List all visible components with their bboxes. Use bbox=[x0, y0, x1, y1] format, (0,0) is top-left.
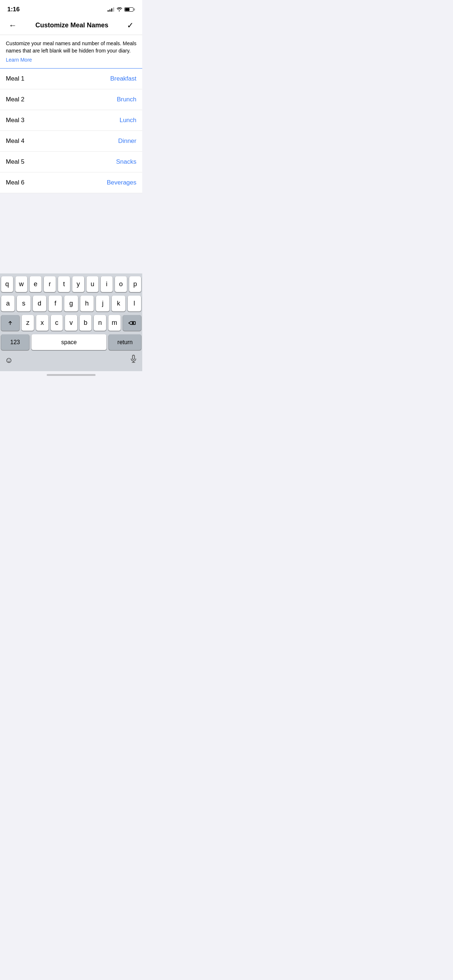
meal-row-4[interactable]: Meal 4 Dinner bbox=[0, 131, 142, 152]
meal-value-3: Lunch bbox=[120, 117, 136, 124]
meal-label-6: Meal 6 bbox=[6, 179, 24, 186]
keyboard-utility-row: ☺ bbox=[1, 353, 141, 370]
wifi-icon bbox=[116, 6, 122, 13]
meal-label-3: Meal 3 bbox=[6, 117, 24, 124]
meal-list: Meal 1 Breakfast Meal 2 Brunch Meal 3 Lu… bbox=[0, 68, 142, 193]
return-key[interactable]: return bbox=[109, 334, 141, 350]
key-k[interactable]: k bbox=[112, 296, 125, 311]
status-time: 1:16 bbox=[7, 6, 20, 13]
keyboard-row-3: zxcvbnm bbox=[1, 315, 141, 331]
home-bar bbox=[47, 374, 96, 376]
key-t[interactable]: t bbox=[58, 276, 70, 292]
key-n[interactable]: n bbox=[94, 315, 106, 331]
key-w[interactable]: w bbox=[15, 276, 27, 292]
key-v[interactable]: v bbox=[65, 315, 77, 331]
battery-icon bbox=[124, 7, 135, 12]
key-j[interactable]: j bbox=[96, 296, 109, 311]
key-z[interactable]: z bbox=[22, 315, 34, 331]
meal-label-5: Meal 5 bbox=[6, 158, 24, 165]
key-q[interactable]: q bbox=[1, 276, 13, 292]
meal-label-1: Meal 1 bbox=[6, 75, 24, 83]
meal-label-2: Meal 2 bbox=[6, 96, 24, 103]
done-button[interactable]: ✓ bbox=[124, 18, 136, 33]
keyboard-bottom-row: 123 space return bbox=[1, 334, 141, 350]
meal-value-2: Brunch bbox=[117, 96, 136, 103]
meal-row-1[interactable]: Meal 1 Breakfast bbox=[0, 68, 142, 89]
meal-row-2[interactable]: Meal 2 Brunch bbox=[0, 89, 142, 110]
mic-key[interactable] bbox=[129, 355, 137, 366]
numbers-key[interactable]: 123 bbox=[1, 334, 29, 350]
meal-value-4: Dinner bbox=[118, 137, 136, 145]
back-button[interactable]: ← bbox=[6, 18, 20, 33]
key-l[interactable]: l bbox=[128, 296, 141, 311]
keyboard: qwertyuiop asdfghjkl zxcvbnm 123 space r… bbox=[0, 274, 142, 371]
svg-rect-5 bbox=[132, 355, 135, 360]
nav-bar: ← Customize Meal Names ✓ bbox=[0, 16, 142, 35]
key-i[interactable]: i bbox=[100, 276, 113, 292]
signal-icon bbox=[108, 7, 114, 12]
key-m[interactable]: m bbox=[108, 315, 121, 331]
shift-key[interactable] bbox=[1, 315, 19, 331]
emoji-key[interactable]: ☺ bbox=[5, 355, 13, 365]
page-title: Customize Meal Names bbox=[35, 22, 108, 29]
meal-row-3[interactable]: Meal 3 Lunch bbox=[0, 110, 142, 131]
home-indicator bbox=[0, 371, 142, 377]
status-icons bbox=[108, 6, 135, 13]
meal-row-5[interactable]: Meal 5 Snacks bbox=[0, 152, 142, 172]
meal-row-6[interactable]: Meal 6 Beverages bbox=[0, 172, 142, 193]
key-b[interactable]: b bbox=[80, 315, 92, 331]
meal-value-6: Beverages bbox=[107, 179, 136, 186]
key-x[interactable]: x bbox=[36, 315, 48, 331]
key-a[interactable]: a bbox=[1, 296, 14, 311]
key-r[interactable]: r bbox=[44, 276, 56, 292]
key-y[interactable]: y bbox=[72, 276, 84, 292]
learn-more-link[interactable]: Learn More bbox=[6, 57, 32, 63]
keyboard-row-2: asdfghjkl bbox=[1, 296, 141, 311]
key-d[interactable]: d bbox=[33, 296, 46, 311]
key-h[interactable]: h bbox=[80, 296, 94, 311]
meal-label-4: Meal 4 bbox=[6, 137, 24, 145]
key-s[interactable]: s bbox=[17, 296, 30, 311]
space-key[interactable]: space bbox=[31, 334, 107, 350]
keyboard-row-1: qwertyuiop bbox=[1, 276, 141, 292]
backspace-key[interactable] bbox=[123, 315, 141, 331]
info-banner: Customize your meal names and number of … bbox=[0, 35, 142, 68]
key-f[interactable]: f bbox=[48, 296, 62, 311]
meal-value-5: Snacks bbox=[116, 158, 136, 165]
meal-value-1: Breakfast bbox=[110, 75, 136, 83]
info-description: Customize your meal names and number of … bbox=[6, 40, 136, 54]
key-u[interactable]: u bbox=[86, 276, 99, 292]
key-g[interactable]: g bbox=[64, 296, 78, 311]
key-o[interactable]: o bbox=[115, 276, 127, 292]
key-e[interactable]: e bbox=[30, 276, 41, 292]
status-bar: 1:16 bbox=[0, 0, 142, 16]
empty-area bbox=[0, 193, 142, 274]
key-p[interactable]: p bbox=[129, 276, 141, 292]
key-c[interactable]: c bbox=[51, 315, 63, 331]
